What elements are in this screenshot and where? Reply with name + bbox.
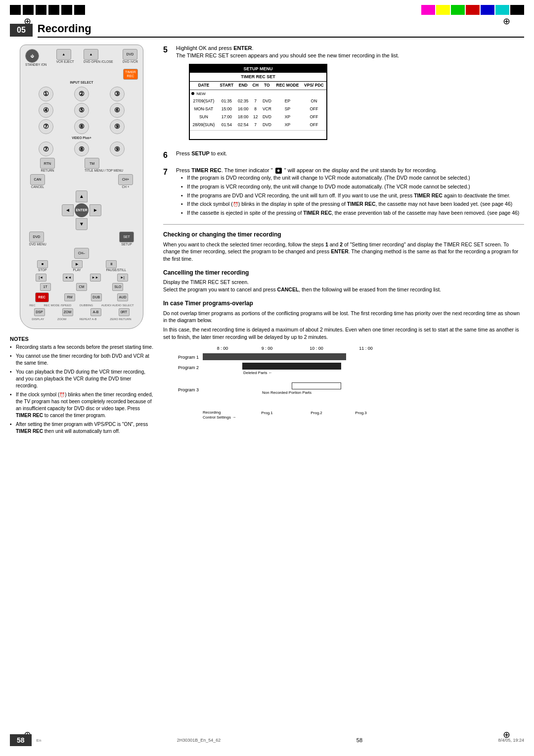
one-touch-button[interactable]: 1T <box>40 283 51 291</box>
stop-button[interactable]: ■ <box>37 260 48 268</box>
num-2-button[interactable]: ② <box>74 87 89 101</box>
num-9-button[interactable]: ⑨ <box>110 119 125 134</box>
time-label-8: 8 : 00 <box>203 345 242 352</box>
top-squares-decoration <box>10 5 85 15</box>
prog1-bar <box>203 353 346 360</box>
row2-mode: SP <box>273 105 302 113</box>
table-row-4: 28/09(SUN) 01:54 02:54 7 DVD XP OFF <box>190 121 326 129</box>
dvd-menu-button[interactable]: DVD <box>29 232 44 242</box>
num-3-button[interactable]: ③ <box>110 87 125 101</box>
footer-page-number: 58 <box>10 734 32 746</box>
pause-button[interactable]: ⏸ <box>106 260 117 268</box>
ch-plus-button[interactable]: CH+ <box>118 174 133 185</box>
repeat-ab-button[interactable]: A-B <box>90 308 101 316</box>
num-4-button[interactable]: ④ <box>39 103 53 118</box>
new-row-indicator: NEW <box>190 90 326 97</box>
num-8-button[interactable]: ⑧ <box>74 119 89 134</box>
ch-plus-label: CH + <box>118 185 133 189</box>
audio-select-button[interactable]: AUD <box>117 293 128 301</box>
rec-mode-label: REC MODE /SPEED <box>44 304 71 307</box>
th-end: END <box>236 82 251 90</box>
checking-title: Checking or changing the timer recording <box>163 231 524 239</box>
cm-skip-button[interactable]: CM <box>76 283 87 291</box>
zoom-button[interactable]: ZOM <box>62 308 73 316</box>
skip-plus-button[interactable]: ►| <box>117 274 128 282</box>
overlap-section: In case Timer programs-overlap Do not ov… <box>163 299 524 420</box>
dpad-right-button[interactable]: ► <box>89 204 101 216</box>
setup-button[interactable]: SET <box>119 232 134 242</box>
row4-ch: 7 <box>251 121 261 129</box>
checking-text: When you want to check the selected time… <box>163 241 524 263</box>
zero-return-button[interactable]: 0RT <box>119 308 130 316</box>
video-plus-label: VIDEO Plus+ <box>25 136 138 140</box>
notes-list: Recording starts a few seconds before th… <box>10 344 153 435</box>
row2-date: MON-SAT <box>190 105 218 113</box>
rec-mode-button[interactable]: RM <box>64 293 75 301</box>
dubbing-button[interactable]: DUB <box>91 293 102 301</box>
th-vps-pdc: VPS/ PDC <box>302 82 326 90</box>
step-7-bullets: If the program is DVD recording only, th… <box>176 174 524 216</box>
dvd-vcr-button[interactable]: DVD <box>123 49 137 60</box>
dpad-up-button[interactable]: ▲ <box>76 190 88 202</box>
row4-pdc: OFF <box>302 121 326 129</box>
timeline-program-3: Program 3 → Non Recorded Portion Parts <box>163 382 524 397</box>
num-7-button-2[interactable]: ⑦ <box>39 142 53 156</box>
dpad-left-button[interactable]: ◄ <box>62 204 74 216</box>
cancel-label: CANCEL <box>30 185 45 189</box>
dvd-menu-label: DVD MENU <box>29 242 46 246</box>
num-9-button-2[interactable]: ⑨ <box>110 142 125 156</box>
slow-button[interactable]: SLO <box>112 283 123 291</box>
table-row-2: MON-SAT 15:00 16:00 8 VCR SP OFF <box>190 105 326 113</box>
ffw-button[interactable]: ►► <box>90 274 101 282</box>
row3-to: DVD <box>261 113 273 121</box>
timeline-time-labels: 8 : 00 9 : 00 10 : 00 11 : 00 <box>203 345 524 352</box>
row3-start: 17:00 <box>218 113 236 121</box>
num-7-button[interactable]: ⑦ <box>39 119 53 134</box>
th-start: START <box>218 82 236 90</box>
display-label: DISPLAY <box>32 318 44 321</box>
prog3-bottom-label: Prog.3 <box>341 410 381 420</box>
bullet-5: If the cassette is ejected in spite of t… <box>181 209 524 217</box>
title-menu-button[interactable]: TM <box>85 158 99 169</box>
standby-button[interactable]: ⏻ <box>25 49 39 63</box>
timer-rec-title: TIMER REC SET <box>190 73 326 82</box>
input-select-label: INPUT SELECT <box>25 81 138 85</box>
play-button[interactable]: ▶ <box>72 260 83 268</box>
num-5-button[interactable]: ⑤ <box>74 103 89 118</box>
row3-date: SUN <box>190 113 218 121</box>
vcr-eject-button[interactable]: ▲ <box>56 49 71 60</box>
overlap-text-2: In this case, the next recording time is… <box>163 326 524 340</box>
enter-button[interactable]: ENTER <box>75 203 89 217</box>
ch-minus-button[interactable]: CH– <box>74 248 89 259</box>
return-label: RETURN <box>40 169 55 173</box>
return-button[interactable]: RTN <box>40 158 55 169</box>
rec-label: REC <box>29 304 36 307</box>
note-item-3: You can playback the DVD during the VCR … <box>10 369 153 389</box>
divider-1 <box>163 224 524 225</box>
prog1-label: Program 1 <box>163 354 203 361</box>
timer-rec-button[interactable]: TIMER REC <box>123 69 138 80</box>
cancelling-section: Cancelling the timer recording Display t… <box>163 269 524 293</box>
row1-end: 02:35 <box>236 97 251 105</box>
rew-button[interactable]: ◄◄ <box>63 274 74 282</box>
dvd-open-button[interactable]: ▲ <box>84 49 98 60</box>
color-bar-decoration <box>421 5 524 15</box>
bullet-4: If the clock symbol (⏰) blinks in the di… <box>181 200 524 208</box>
dubbing-label: DUBBING <box>80 304 93 307</box>
row1-to: DVD <box>261 97 273 105</box>
notes-section: NOTES Recording starts a few seconds bef… <box>10 336 153 435</box>
step-6: 6 Press SETUP to exit. <box>163 150 524 161</box>
num-1-button[interactable]: ① <box>39 87 53 101</box>
note-item-4: If the clock symbol (⏰) blinks when the … <box>10 391 153 419</box>
time-label-9: 9 : 00 <box>242 345 292 352</box>
row1-start: 01:35 <box>218 97 236 105</box>
cancel-button[interactable]: CAN <box>30 174 45 185</box>
overlap-title: In case Timer programs-overlap <box>163 299 524 308</box>
display-button[interactable]: DSP <box>34 308 45 316</box>
skip-minus-button[interactable]: |◄ <box>36 274 46 282</box>
num-8-button-2[interactable]: ⑧ <box>74 142 89 156</box>
num-6-button[interactable]: ⑥ <box>110 103 125 118</box>
rec-button[interactable]: REC <box>35 292 49 302</box>
row3-ch: 12 <box>251 113 261 121</box>
dpad-down-button[interactable]: ▼ <box>76 218 88 230</box>
